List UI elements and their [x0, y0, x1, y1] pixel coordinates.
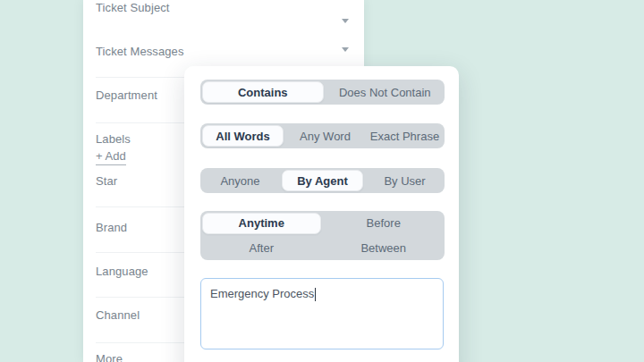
add-label-button[interactable]: +Add [96, 149, 126, 165]
sidebar-item-department[interactable]: Department [96, 88, 157, 102]
add-label-text: Add [106, 149, 126, 163]
sidebar-item-channel[interactable]: Channel [96, 308, 140, 322]
sidebar-item-more[interactable]: More [96, 352, 123, 362]
sidebar-item-language[interactable]: Language [96, 265, 148, 278]
segment-between[interactable]: Between [323, 236, 445, 261]
segmented-control-author-type: Anyone By Agent By User [200, 168, 445, 193]
chevron-down-icon[interactable] [342, 47, 349, 52]
search-filter-popup: Contains Does Not Contain All Words Any … [184, 66, 459, 362]
sidebar-item-ticket-subject[interactable]: Ticket Subject [96, 1, 170, 14]
segment-any-word[interactable]: Any Word [285, 123, 365, 148]
sidebar-item-labels[interactable]: Labels [96, 132, 131, 146]
segment-by-agent[interactable]: By Agent [282, 170, 363, 191]
chevron-down-icon[interactable] [342, 19, 349, 23]
sidebar-item-star[interactable]: Star [96, 174, 117, 188]
segment-does-not-contain[interactable]: Does Not Contain [326, 80, 445, 105]
screen: Ticket Subject Ticket Messages Departmen… [0, 0, 644, 362]
segment-before[interactable]: Before [323, 211, 445, 236]
segment-contains[interactable]: Contains [202, 81, 324, 103]
segmented-control-contains-mode: Contains Does Not Contain [200, 80, 445, 105]
segment-exact-phrase[interactable]: Exact Phrase [365, 123, 445, 148]
segment-all-words[interactable]: All Words [202, 125, 284, 147]
search-text-value: Emergency Process [210, 287, 314, 300]
sidebar-item-ticket-messages[interactable]: Ticket Messages [96, 45, 184, 58]
segment-by-user[interactable]: By User [365, 168, 445, 193]
search-text-input[interactable]: Emergency Process [200, 278, 444, 349]
segment-anyone[interactable]: Anyone [200, 168, 280, 193]
plus-icon: + [96, 149, 103, 163]
sidebar-item-brand[interactable]: Brand [96, 221, 127, 234]
segment-after[interactable]: After [200, 236, 323, 261]
segment-anytime[interactable]: Anytime [202, 213, 321, 234]
segmented-control-word-match: All Words Any Word Exact Phrase [200, 123, 445, 148]
segmented-control-time-range: Anytime Before After Between [200, 211, 445, 260]
text-cursor [315, 288, 316, 301]
